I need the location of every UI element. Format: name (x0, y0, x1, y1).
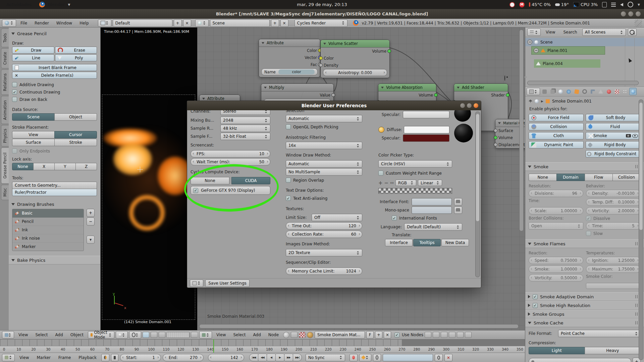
visibility-eye-icon[interactable] (504, 75, 505, 81)
node-menu-select[interactable]: Select (230, 333, 249, 337)
outliner-item-scene[interactable]: − Scene (525, 38, 644, 46)
data-source-scene-toggle[interactable]: Scene (12, 113, 55, 121)
pin-icon[interactable] (425, 332, 431, 338)
fake-user-button[interactable]: F (366, 331, 374, 339)
smoke-type-collision[interactable]: Collision (612, 174, 641, 181)
placement-view-toggle[interactable]: View (12, 131, 55, 138)
point-cache-field[interactable] (529, 358, 631, 362)
lock-axis-none-toggle[interactable]: None (12, 163, 34, 170)
socket-volume-in[interactable] (494, 136, 497, 139)
viewport-menu-select[interactable]: Select (32, 333, 51, 337)
selectability-cursor-icon[interactable] (627, 57, 632, 62)
delete-keyframes-button[interactable]: × (444, 354, 452, 361)
language-dropdown[interactable]: Default (Default) (404, 223, 462, 231)
specular2-color-swatch[interactable] (403, 134, 449, 142)
interaction-mode-selector[interactable]: Object Mode (88, 331, 114, 339)
properties-editor-type-button[interactable] (527, 88, 540, 95)
tab-render-icon[interactable] (541, 88, 548, 95)
maximize-button[interactable] (628, 11, 633, 16)
current-frame-field[interactable]: 142 (208, 354, 244, 361)
international-fonts-checkbox[interactable]: International Fonts (392, 216, 475, 221)
keying-set-button[interactable] (359, 354, 371, 361)
timeline-menu-marker[interactable]: Marker (34, 355, 53, 360)
scale-slider[interactable]: Scale:1.00000 (529, 207, 583, 215)
diffuse-color-swatch[interactable] (404, 126, 449, 133)
node-editor-vscrollbar[interactable] (519, 29, 524, 231)
cpu-indicator[interactable]: CPU 3% (581, 2, 598, 7)
outliner-menu-view[interactable]: View (543, 30, 558, 35)
collection-rate-slider[interactable]: Collection Rate:60 (286, 231, 362, 238)
brush-item-marker[interactable]: Marker (12, 243, 84, 251)
layers-widget[interactable] (167, 332, 190, 338)
text-antialiasing-checkbox[interactable]: Text Anti-aliasing (286, 196, 362, 201)
smoke-type-flow[interactable]: Flow (585, 174, 613, 181)
add-brush-button[interactable]: + (87, 209, 95, 217)
add-color-stop-button[interactable]: + (378, 180, 383, 186)
delete-scene-button[interactable]: × (280, 19, 288, 27)
time-out-slider[interactable]: Time Out:120 (286, 222, 362, 230)
file-format-dropdown[interactable]: Point Cache (558, 330, 641, 337)
tab-physics-icon[interactable] (629, 88, 637, 95)
preferences-title-bar[interactable]: Blender User Preferences (187, 101, 481, 110)
start-frame-field[interactable]: Start:1 (120, 354, 161, 361)
color-picker-type-dropdown[interactable]: Circle (HSV) (378, 160, 452, 168)
megasync-icon[interactable] (509, 2, 515, 7)
node-menu-view[interactable]: View (213, 333, 229, 337)
shelf-tab-physics[interactable]: Physics (1, 125, 9, 146)
channels-dropdown[interactable]: Stereo (220, 110, 270, 115)
smoke-cache-header[interactable]: Smoke Cache (525, 318, 644, 327)
window-title-bar[interactable]: Blender* [/mnt/SLAVE 3/MegaSync dmj71ele… (0, 9, 644, 19)
viewport-menu-add[interactable]: Add (52, 333, 66, 337)
viewport-3d-canvas[interactable]: Time:00:44.17 | Mem:186.90M, Peak:186.90… (101, 27, 197, 330)
weather-indicator[interactable]: 19° (561, 2, 569, 7)
dialog-maximize-button[interactable] (467, 103, 472, 108)
convert-to-geometry-button[interactable]: Convert to Geometry... (12, 182, 97, 189)
parent-node-tree-icon[interactable] (433, 332, 439, 338)
node-editor-hscrollbar[interactable] (199, 324, 519, 328)
placement-stroke-toggle[interactable]: Stroke (54, 139, 97, 146)
mixing-buffer-dropdown[interactable]: 2048 (220, 117, 270, 124)
smoke-visibility-icon[interactable] (632, 134, 638, 138)
smoke-high-resolution-header[interactable]: Smoke High Resolution (525, 301, 644, 310)
shelf-tab-grease-pencil[interactable]: Grease Pencil (1, 147, 9, 184)
copy-node-icon[interactable] (457, 332, 464, 338)
folder-browse-icon[interactable] (454, 198, 462, 205)
brush-item-pencil[interactable]: Pencil (12, 218, 84, 226)
tab-object-icon[interactable] (573, 88, 580, 95)
socket-color-in[interactable] (319, 56, 323, 60)
adaptive-domain-checkbox[interactable] (533, 294, 538, 299)
outliner-item-plane004[interactable]: Plane.004 (534, 59, 600, 68)
scene-selector[interactable]: Scene (210, 19, 270, 27)
node-menu-add[interactable]: Add (250, 333, 264, 337)
compression-heavy-toggle[interactable]: Heavy (585, 347, 641, 354)
shelf-tab-relations[interactable]: Relations (1, 69, 9, 95)
density-slider[interactable]: Density:-0.00100 (586, 190, 641, 197)
expand-icon[interactable]: − (534, 48, 539, 53)
translate-interface-toggle[interactable]: Interface (385, 239, 413, 246)
timeline-menu-view[interactable]: View (16, 355, 32, 360)
breadcrumb-object-name[interactable]: Smoke Domain.001 (552, 99, 592, 104)
multisample-dropdown[interactable]: No MultiSample (286, 168, 362, 176)
smoke-type-none[interactable]: None (529, 174, 557, 181)
expand-icon[interactable]: − (527, 40, 532, 45)
smoke-panel-header[interactable]: Smoke (525, 162, 644, 171)
data-source-object-toggle[interactable]: Object (54, 113, 97, 121)
scene-icon-button[interactable] (195, 19, 209, 27)
add-layout-button[interactable]: + (174, 19, 182, 27)
close-button[interactable] (636, 11, 641, 16)
physics-collision-button[interactable]: Collision (529, 123, 584, 130)
shelf-tab-tools[interactable]: Tools (1, 28, 9, 47)
tab-particles-icon[interactable] (621, 88, 629, 95)
node-menu-node[interactable]: Node (265, 333, 282, 337)
timeline-ruler-ticks[interactable]: 0102030405060708090100110120130140150160… (0, 346, 525, 353)
next-keyframe-button[interactable]: ▶▶ (284, 354, 293, 361)
node-collapse-icon[interactable] (381, 86, 384, 88)
node-collapse-icon[interactable] (498, 122, 501, 124)
end-frame-field[interactable]: End:270 (163, 354, 204, 361)
outliner-item-plane001[interactable]: − Plane.001 (531, 46, 605, 55)
menu-render[interactable]: Render (32, 21, 52, 25)
socket-volume-out[interactable] (434, 93, 438, 97)
sample-format-dropdown[interactable]: 32-bit Float (220, 133, 270, 140)
timeline-menu-playback[interactable]: Playback (75, 355, 100, 360)
divisions-slider[interactable]: Divisions:96 (529, 190, 583, 197)
